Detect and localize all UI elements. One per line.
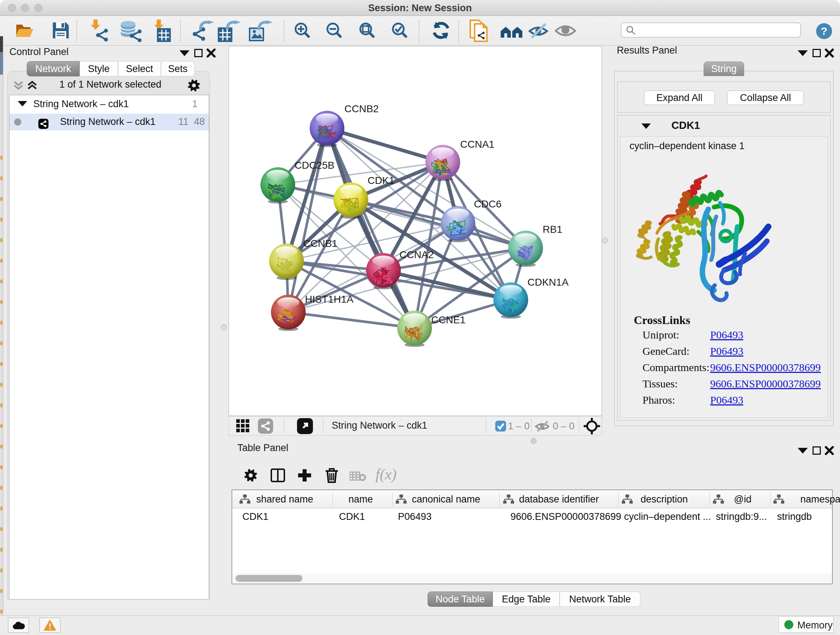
svg-text:CCNA1: CCNA1 (460, 139, 494, 150)
svg-text:RB1: RB1 (543, 224, 562, 235)
svg-text:CDK1: CDK1 (368, 175, 395, 186)
svg-text:CCNA2: CCNA2 (399, 249, 434, 260)
svg-text:CCNB2: CCNB2 (344, 103, 379, 114)
svg-text:CDC6: CDC6 (474, 198, 501, 210)
svg-text:CDC25B: CDC25B (294, 160, 334, 171)
svg-text:HIST1H1A: HIST1H1A (305, 294, 354, 305)
svg-text:CDKN1A: CDKN1A (527, 277, 569, 288)
svg-text:CCNE1: CCNE1 (431, 314, 466, 325)
svg-text:CCNB1: CCNB1 (303, 238, 338, 249)
